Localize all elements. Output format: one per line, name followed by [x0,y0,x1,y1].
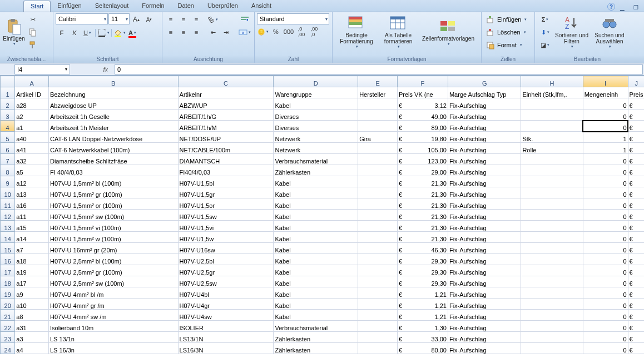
autosum-button[interactable]: Σ▾ [537,13,553,26]
decrease-indent-button[interactable]: ⇤ [207,26,219,38]
cell[interactable]: Fix-Aufschlag [448,132,521,143]
cell[interactable]: 123,00 [397,154,448,165]
fill-button[interactable]: ⬇▾ [537,26,553,38]
cell[interactable]: Kabel [274,276,358,287]
format-painter-button[interactable] [27,39,39,51]
cell[interactable]: CAT-6 Netzwerkkabel (100m) [48,143,178,154]
col-header-B[interactable]: B [48,76,178,87]
cell[interactable]: € [628,321,644,332]
cell[interactable]: € [628,210,644,221]
cell[interactable]: 19,80 [397,132,448,143]
cell[interactable]: Fix-Aufschlag [448,121,521,132]
cell[interactable]: Fix-Aufschlag [448,165,521,176]
align-center-button[interactable]: ≡ [177,26,190,38]
cell[interactable] [358,287,398,299]
cell[interactable]: Rolle [521,143,583,154]
cell[interactable]: 21,30 [397,176,448,187]
cell[interactable]: Fix-Aufschlag [448,343,521,354]
cell[interactable]: a3 [15,332,49,343]
col-header-F[interactable]: F [397,76,448,87]
cell[interactable] [358,121,398,132]
cell[interactable]: 0 [583,287,628,299]
cell[interactable]: NET/DOSE/UP [178,132,274,143]
cell[interactable]: Fix-Aufschlag [448,332,521,343]
cell[interactable]: a7 [15,243,49,254]
cell[interactable]: € [628,132,644,143]
cell[interactable]: Kabel [274,265,358,276]
cell[interactable] [521,265,583,276]
row-header[interactable]: 5 [1,132,15,143]
row-header[interactable]: 4 [1,121,15,132]
cell[interactable]: Fix-Aufschlag [448,287,521,299]
cell[interactable]: 0 [583,165,628,176]
cell[interactable]: a4 [15,343,49,354]
cell[interactable]: H07V-U2,5bl [178,254,274,265]
cell[interactable]: 46,30 [397,243,448,254]
row-header[interactable]: 18 [1,276,15,287]
cell[interactable]: 1,21 [397,299,448,310]
cell[interactable]: a1 [15,121,49,132]
cell[interactable]: Fix-Aufschlag [448,210,521,221]
cell[interactable]: 0 [583,299,628,310]
cell[interactable]: 0 [583,198,628,210]
number-format-combo[interactable]: Standard▾ [257,13,329,24]
cell[interactable]: a12 [15,176,49,187]
cell[interactable]: € [628,343,644,354]
cell[interactable]: 29,30 [397,265,448,276]
cell[interactable]: Kabel [274,243,358,254]
cell[interactable]: 0 [583,176,628,187]
cell[interactable]: 0 [583,187,628,198]
cell[interactable]: € [628,254,644,265]
cell[interactable]: H07V-U1,5w [178,232,274,243]
currency-button[interactable]: 🪙▾ [257,26,269,38]
cell[interactable] [358,210,398,221]
cell[interactable]: Preis EK [628,87,644,98]
cell[interactable] [358,110,398,121]
cell[interactable] [358,254,398,265]
orientation-button[interactable]: ab▾ [207,13,219,26]
row-header[interactable]: 24 [1,343,15,354]
row-header[interactable]: 9 [1,176,15,187]
cell[interactable]: a14 [15,232,49,243]
copy-button[interactable] [27,26,39,38]
restore-button[interactable]: ❐ [630,3,642,12]
cell[interactable] [521,176,583,187]
cell[interactable]: € [628,299,644,310]
cell[interactable]: ABZW/UP [178,98,274,110]
cell[interactable]: H07V-U16sw [178,243,274,254]
cell[interactable]: Kabel [274,187,358,198]
cell[interactable]: a28 [15,98,49,110]
cell[interactable] [358,154,398,165]
cell[interactable]: a31 [15,321,49,332]
row-header[interactable]: 14 [1,232,15,243]
cell[interactable]: H07V-U 2,5mm² bl (100m) [48,254,178,265]
cell[interactable]: Fix-Aufschlag [448,110,521,121]
cell[interactable]: H07V-U 1,5mm² or (100m) [48,198,178,210]
select-all-corner[interactable] [1,76,15,87]
cell[interactable]: a18 [15,254,49,265]
clear-button[interactable]: ◪▾ [537,39,553,51]
cell[interactable]: 0 [583,321,628,332]
cell[interactable] [358,198,398,210]
cell[interactable]: H07V-U 2,5mm² sw (100m) [48,276,178,287]
tab-einfügen[interactable]: Einfügen [51,1,88,12]
cell[interactable]: Kabel [274,310,358,321]
col-header-E[interactable]: E [358,76,398,87]
cell[interactable]: 0 [583,254,628,265]
increase-decimal-button[interactable]: ,0,00 [295,26,308,38]
cell[interactable]: FI40/4/0,03 [178,165,274,176]
name-box[interactable]: I4▾ [14,64,70,74]
row-header[interactable]: 15 [1,243,15,254]
cell[interactable]: H07V-U 1,5mm² w (100m) [48,232,178,243]
cell[interactable]: 1,21 [397,287,448,299]
fx-icon[interactable]: fx [103,66,108,73]
cell[interactable]: H07V-U2,5gr [178,265,274,276]
merge-center-button[interactable]: a▾ [236,26,253,38]
tab-seitenlayout[interactable]: Seitenlayout [88,1,136,12]
cell[interactable]: CAT-6 LAN Doppel-Netzwerkdose [48,132,178,143]
cell[interactable] [358,310,398,321]
cell[interactable]: € [628,287,644,299]
cell[interactable] [358,176,398,187]
cell[interactable]: 21,30 [397,232,448,243]
cell[interactable]: H07V-U4gr [178,299,274,310]
